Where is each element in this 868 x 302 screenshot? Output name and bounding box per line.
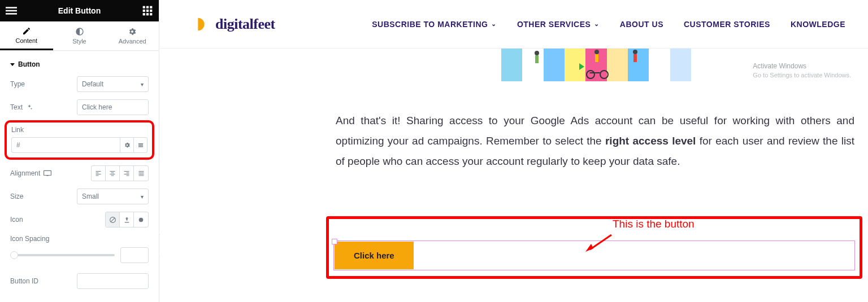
- svg-rect-14: [47, 176, 49, 176]
- chevron-down-icon: ⌄: [491, 20, 497, 28]
- icon-upload[interactable]: [120, 212, 134, 227]
- person-icon: [534, 51, 540, 64]
- control-type: Type Default ▾: [10, 76, 149, 92]
- main-nav: SUBSCRIBE TO MARKETING⌄ OTHER SERVICES⌄ …: [372, 20, 845, 29]
- svg-rect-1: [6, 10, 17, 12]
- svg-line-18: [590, 235, 611, 250]
- type-select[interactable]: Default ▾: [77, 76, 149, 92]
- tab-advanced-label: Advanced: [119, 38, 146, 45]
- alignment-group: [91, 165, 149, 181]
- svg-point-17: [139, 217, 144, 222]
- article-paragraph: And that's it! Sharing access to your Go…: [336, 111, 854, 172]
- nav-subscribe[interactable]: SUBSCRIBE TO MARKETING⌄: [372, 20, 497, 29]
- control-button-id: Button ID: [10, 273, 149, 289]
- svg-marker-19: [585, 244, 593, 252]
- svg-line-16: [110, 217, 115, 222]
- ai-stars-icon: [26, 104, 33, 111]
- apps-icon[interactable]: [142, 5, 153, 16]
- caret-down-icon: [10, 63, 15, 66]
- text-input[interactable]: [77, 100, 149, 115]
- align-center[interactable]: [106, 166, 120, 181]
- section-button-header[interactable]: Button: [10, 51, 149, 76]
- align-left[interactable]: [92, 166, 106, 181]
- chevron-down-icon: ⌄: [594, 20, 600, 28]
- size-label: Size: [10, 192, 23, 200]
- dynamic-tags-icon[interactable]: [133, 138, 147, 152]
- text-label: Text: [10, 103, 33, 111]
- align-justify[interactable]: [134, 166, 148, 181]
- brand-logo-icon: [193, 16, 210, 33]
- text-input-wrap: [77, 99, 149, 115]
- responsive-icon[interactable]: [44, 170, 51, 177]
- nav-other-label: OTHER SERVICES: [517, 20, 591, 29]
- icon-group: [105, 212, 149, 227]
- type-value: Default: [82, 80, 103, 88]
- tab-advanced[interactable]: Advanced: [106, 21, 159, 50]
- preview-pane: digitalfeet SUBSCRIBE TO MARKETING⌄ OTHE…: [160, 0, 868, 302]
- person-icon: [632, 50, 638, 63]
- control-link-callout: Link Add link here: [5, 120, 154, 160]
- svg-rect-10: [146, 13, 149, 15]
- svg-rect-4: [146, 6, 149, 8]
- windows-watermark: Activate Windows Go to Settings to activ…: [753, 62, 851, 79]
- size-value: Small: [82, 192, 99, 200]
- button-callout: This is the button Click here: [326, 216, 862, 279]
- person-icon: [594, 50, 600, 63]
- text-label-text: Text: [10, 103, 23, 111]
- watermark-line1: Activate Windows: [753, 62, 851, 71]
- nav-about[interactable]: ABOUT US: [620, 20, 663, 29]
- button-id-input[interactable]: [77, 274, 149, 288]
- align-right[interactable]: [120, 166, 134, 181]
- article-strong: right access level: [605, 135, 696, 147]
- site-header: digitalfeet SUBSCRIBE TO MARKETING⌄ OTHE…: [160, 0, 868, 49]
- nav-other-services[interactable]: OTHER SERVICES⌄: [517, 20, 600, 29]
- icon-spacing-label: Icon Spacing: [10, 235, 149, 243]
- section-button-label: Button: [18, 60, 40, 68]
- button-id-wrap: [77, 273, 149, 289]
- link-label: Link: [11, 126, 147, 134]
- tab-style[interactable]: Style: [53, 21, 106, 50]
- svg-rect-7: [146, 10, 149, 12]
- panel-body: Button Type Default ▾ Text: [0, 51, 159, 296]
- nav-knowledge[interactable]: KNOWLEDGE: [791, 20, 845, 29]
- icon-none[interactable]: [106, 212, 120, 227]
- svg-rect-5: [150, 6, 152, 8]
- svg-rect-8: [150, 10, 152, 12]
- editor-panel: Edit Button Content Style Advanced Butto…: [0, 0, 159, 302]
- menu-icon[interactable]: [6, 5, 17, 16]
- icon-spacing-slider[interactable]: [10, 254, 115, 256]
- brand-name: digitalfeet: [215, 16, 275, 33]
- icon-spacing-value[interactable]: [120, 247, 149, 263]
- size-select[interactable]: Small ▾: [77, 189, 149, 204]
- control-icon: Icon: [10, 212, 149, 227]
- nav-stories[interactable]: CUSTOMER STORIES: [684, 20, 770, 29]
- tab-content-label: Content: [16, 37, 38, 44]
- link-options-icon[interactable]: [120, 138, 133, 152]
- svg-rect-6: [143, 10, 145, 12]
- svg-rect-3: [143, 6, 145, 8]
- click-here-button[interactable]: Click here: [335, 242, 414, 269]
- arrow-icon: [584, 234, 613, 253]
- brand[interactable]: digitalfeet: [193, 16, 275, 33]
- button-id-label: Button ID: [10, 277, 38, 285]
- type-label: Type: [10, 80, 25, 88]
- alignment-label: Alignment: [10, 169, 51, 177]
- svg-rect-9: [143, 13, 145, 15]
- control-size: Size Small ▾: [10, 189, 149, 204]
- watermark-line2: Go to Settings to activate Windows.: [753, 71, 851, 79]
- svg-rect-2: [6, 13, 17, 14]
- link-input[interactable]: [12, 141, 36, 149]
- control-icon-spacing: [10, 247, 149, 263]
- tab-content[interactable]: Content: [0, 21, 53, 50]
- editor-header: Edit Button: [0, 0, 159, 21]
- callout-annotation: This is the button: [613, 218, 695, 230]
- control-text: Text: [10, 99, 149, 115]
- svg-rect-11: [150, 13, 152, 15]
- alignment-label-text: Alignment: [10, 169, 40, 177]
- slider-handle[interactable]: [10, 251, 18, 259]
- editor-title: Edit Button: [17, 6, 142, 15]
- nav-subscribe-label: SUBSCRIBE TO MARKETING: [372, 20, 488, 29]
- control-alignment: Alignment: [10, 165, 149, 181]
- svg-rect-13: [44, 170, 51, 175]
- icon-library[interactable]: [134, 212, 148, 227]
